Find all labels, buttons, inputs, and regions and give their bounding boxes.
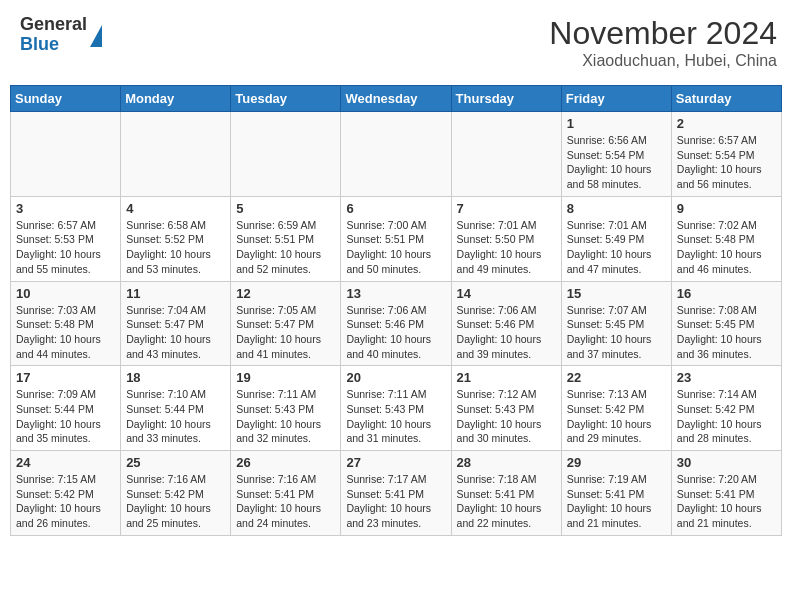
week-row-4: 17Sunrise: 7:09 AM Sunset: 5:44 PM Dayli… [11,366,782,451]
calendar-cell: 18Sunrise: 7:10 AM Sunset: 5:44 PM Dayli… [121,366,231,451]
calendar-cell [11,112,121,197]
day-info: Sunrise: 7:19 AM Sunset: 5:41 PM Dayligh… [567,472,666,531]
day-number: 1 [567,116,666,131]
day-number: 13 [346,286,445,301]
calendar-cell: 5Sunrise: 6:59 AM Sunset: 5:51 PM Daylig… [231,196,341,281]
calendar-cell: 10Sunrise: 7:03 AM Sunset: 5:48 PM Dayli… [11,281,121,366]
day-info: Sunrise: 7:11 AM Sunset: 5:43 PM Dayligh… [236,387,335,446]
weekday-header-saturday: Saturday [671,86,781,112]
day-info: Sunrise: 7:06 AM Sunset: 5:46 PM Dayligh… [457,303,556,362]
calendar-cell: 15Sunrise: 7:07 AM Sunset: 5:45 PM Dayli… [561,281,671,366]
calendar-cell: 16Sunrise: 7:08 AM Sunset: 5:45 PM Dayli… [671,281,781,366]
day-number: 17 [16,370,115,385]
day-number: 19 [236,370,335,385]
day-number: 6 [346,201,445,216]
calendar-cell: 4Sunrise: 6:58 AM Sunset: 5:52 PM Daylig… [121,196,231,281]
location-subtitle: Xiaoduchuan, Hubei, China [549,52,777,70]
day-number: 29 [567,455,666,470]
day-number: 16 [677,286,776,301]
day-number: 2 [677,116,776,131]
day-number: 22 [567,370,666,385]
page-header: General Blue November 2024 Xiaoduchuan, … [10,10,782,75]
day-info: Sunrise: 7:20 AM Sunset: 5:41 PM Dayligh… [677,472,776,531]
day-info: Sunrise: 7:05 AM Sunset: 5:47 PM Dayligh… [236,303,335,362]
calendar-cell [121,112,231,197]
day-number: 4 [126,201,225,216]
logo: General Blue [20,15,102,55]
day-number: 26 [236,455,335,470]
day-number: 28 [457,455,556,470]
day-info: Sunrise: 7:13 AM Sunset: 5:42 PM Dayligh… [567,387,666,446]
day-number: 27 [346,455,445,470]
logo-blue: Blue [20,35,87,55]
calendar-cell: 28Sunrise: 7:18 AM Sunset: 5:41 PM Dayli… [451,451,561,536]
calendar-cell: 3Sunrise: 6:57 AM Sunset: 5:53 PM Daylig… [11,196,121,281]
calendar-cell: 19Sunrise: 7:11 AM Sunset: 5:43 PM Dayli… [231,366,341,451]
calendar-cell: 13Sunrise: 7:06 AM Sunset: 5:46 PM Dayli… [341,281,451,366]
calendar-cell: 2Sunrise: 6:57 AM Sunset: 5:54 PM Daylig… [671,112,781,197]
day-info: Sunrise: 7:06 AM Sunset: 5:46 PM Dayligh… [346,303,445,362]
day-info: Sunrise: 7:03 AM Sunset: 5:48 PM Dayligh… [16,303,115,362]
day-info: Sunrise: 7:01 AM Sunset: 5:50 PM Dayligh… [457,218,556,277]
weekday-header-row: SundayMondayTuesdayWednesdayThursdayFrid… [11,86,782,112]
calendar-cell: 24Sunrise: 7:15 AM Sunset: 5:42 PM Dayli… [11,451,121,536]
calendar-cell: 21Sunrise: 7:12 AM Sunset: 5:43 PM Dayli… [451,366,561,451]
calendar-cell: 11Sunrise: 7:04 AM Sunset: 5:47 PM Dayli… [121,281,231,366]
calendar-cell [231,112,341,197]
calendar-cell: 9Sunrise: 7:02 AM Sunset: 5:48 PM Daylig… [671,196,781,281]
day-info: Sunrise: 6:56 AM Sunset: 5:54 PM Dayligh… [567,133,666,192]
calendar-cell: 27Sunrise: 7:17 AM Sunset: 5:41 PM Dayli… [341,451,451,536]
calendar-cell: 14Sunrise: 7:06 AM Sunset: 5:46 PM Dayli… [451,281,561,366]
title-block: November 2024 Xiaoduchuan, Hubei, China [549,15,777,70]
day-info: Sunrise: 7:07 AM Sunset: 5:45 PM Dayligh… [567,303,666,362]
weekday-header-thursday: Thursday [451,86,561,112]
calendar-cell: 23Sunrise: 7:14 AM Sunset: 5:42 PM Dayli… [671,366,781,451]
calendar-cell: 26Sunrise: 7:16 AM Sunset: 5:41 PM Dayli… [231,451,341,536]
day-number: 3 [16,201,115,216]
calendar-cell: 17Sunrise: 7:09 AM Sunset: 5:44 PM Dayli… [11,366,121,451]
day-info: Sunrise: 7:11 AM Sunset: 5:43 PM Dayligh… [346,387,445,446]
week-row-1: 1Sunrise: 6:56 AM Sunset: 5:54 PM Daylig… [11,112,782,197]
day-info: Sunrise: 7:17 AM Sunset: 5:41 PM Dayligh… [346,472,445,531]
day-info: Sunrise: 7:08 AM Sunset: 5:45 PM Dayligh… [677,303,776,362]
day-number: 9 [677,201,776,216]
calendar-table: SundayMondayTuesdayWednesdayThursdayFrid… [10,85,782,536]
weekday-header-wednesday: Wednesday [341,86,451,112]
day-number: 20 [346,370,445,385]
day-info: Sunrise: 7:02 AM Sunset: 5:48 PM Dayligh… [677,218,776,277]
day-number: 15 [567,286,666,301]
calendar-cell: 12Sunrise: 7:05 AM Sunset: 5:47 PM Dayli… [231,281,341,366]
day-number: 8 [567,201,666,216]
day-number: 14 [457,286,556,301]
day-info: Sunrise: 6:57 AM Sunset: 5:53 PM Dayligh… [16,218,115,277]
calendar-cell: 8Sunrise: 7:01 AM Sunset: 5:49 PM Daylig… [561,196,671,281]
day-number: 23 [677,370,776,385]
day-number: 18 [126,370,225,385]
day-number: 11 [126,286,225,301]
week-row-2: 3Sunrise: 6:57 AM Sunset: 5:53 PM Daylig… [11,196,782,281]
weekday-header-sunday: Sunday [11,86,121,112]
calendar-cell [451,112,561,197]
day-info: Sunrise: 7:14 AM Sunset: 5:42 PM Dayligh… [677,387,776,446]
month-title: November 2024 [549,15,777,52]
calendar-cell: 7Sunrise: 7:01 AM Sunset: 5:50 PM Daylig… [451,196,561,281]
day-number: 12 [236,286,335,301]
day-info: Sunrise: 7:15 AM Sunset: 5:42 PM Dayligh… [16,472,115,531]
day-number: 25 [126,455,225,470]
logo-triangle-icon [90,25,102,47]
day-info: Sunrise: 6:58 AM Sunset: 5:52 PM Dayligh… [126,218,225,277]
calendar-cell: 30Sunrise: 7:20 AM Sunset: 5:41 PM Dayli… [671,451,781,536]
calendar-cell [341,112,451,197]
calendar-cell: 29Sunrise: 7:19 AM Sunset: 5:41 PM Dayli… [561,451,671,536]
day-info: Sunrise: 7:16 AM Sunset: 5:42 PM Dayligh… [126,472,225,531]
weekday-header-monday: Monday [121,86,231,112]
day-number: 21 [457,370,556,385]
day-number: 10 [16,286,115,301]
day-number: 24 [16,455,115,470]
day-info: Sunrise: 7:09 AM Sunset: 5:44 PM Dayligh… [16,387,115,446]
calendar-cell: 22Sunrise: 7:13 AM Sunset: 5:42 PM Dayli… [561,366,671,451]
day-info: Sunrise: 7:01 AM Sunset: 5:49 PM Dayligh… [567,218,666,277]
day-info: Sunrise: 7:04 AM Sunset: 5:47 PM Dayligh… [126,303,225,362]
day-number: 7 [457,201,556,216]
week-row-3: 10Sunrise: 7:03 AM Sunset: 5:48 PM Dayli… [11,281,782,366]
